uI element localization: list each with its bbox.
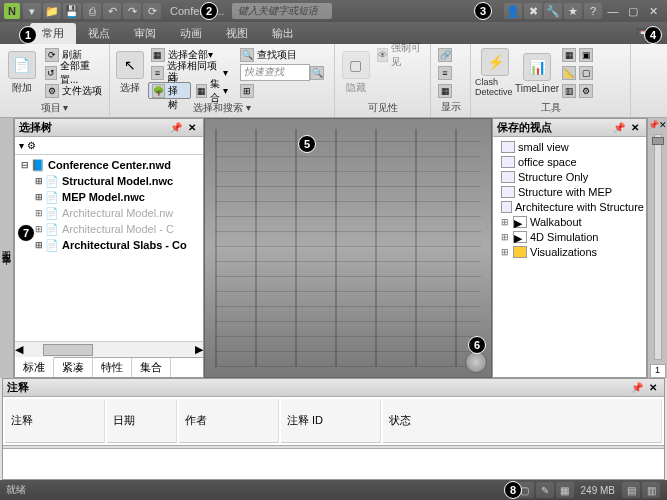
timeliner-button[interactable]: 📊 TimeLiner — [517, 46, 557, 100]
callout-5: 5 — [298, 135, 316, 153]
cursor-icon: ↖ — [116, 51, 144, 79]
qat-new-icon[interactable]: ▾ — [23, 3, 41, 19]
col-status[interactable]: 状态 — [383, 399, 662, 443]
close-icon[interactable]: ✕ — [644, 3, 662, 19]
tab-review[interactable]: 审阅 — [122, 23, 168, 44]
callout-7: 7 — [17, 224, 35, 242]
3d-viewport[interactable] — [204, 118, 492, 378]
qat-undo-icon[interactable]: ↶ — [103, 3, 121, 19]
tab-view[interactable]: 视图 — [214, 23, 260, 44]
tree-tab-compact[interactable]: 紧凑 — [54, 358, 93, 377]
tab-output[interactable]: 输出 — [260, 23, 306, 44]
tool-2-icon[interactable]: 📐▢ — [559, 64, 599, 81]
tree-hscroll[interactable]: ◀▶ — [15, 341, 203, 357]
status-coords: 249 MB — [581, 485, 615, 496]
qat-print-icon[interactable]: ⎙ — [83, 3, 101, 19]
sb-icon-5[interactable]: ▥ — [642, 482, 660, 498]
tool-3-icon[interactable]: ▥⚙ — [559, 82, 599, 99]
keys-icon[interactable]: 🔧 — [544, 3, 562, 19]
selection-tree-panel: 选择树 📌 ✕ ▾ ⚙ ⊟📘Conference Center.nwd ⊞📄St… — [14, 118, 204, 378]
display-more-icon[interactable]: ▦ — [435, 82, 458, 99]
hide-button[interactable]: ▢ 隐藏 — [339, 46, 372, 100]
append-icon: 📄 — [8, 51, 36, 79]
qat-save-icon[interactable]: 💾 — [63, 3, 81, 19]
views-pin-icon[interactable]: 📌 — [612, 121, 626, 135]
tilt-slider[interactable] — [654, 134, 662, 360]
viewport-scene — [205, 119, 491, 377]
sb-icon-4[interactable]: ▤ — [622, 482, 640, 498]
qat-refresh-icon[interactable]: ⟳ — [143, 3, 161, 19]
callout-1: 1 — [19, 26, 37, 44]
search-more-icon[interactable]: ⊞ — [237, 82, 330, 99]
qat-open-icon[interactable]: 📁 — [43, 3, 61, 19]
callout-8: 8 — [504, 481, 522, 499]
title-bar: N ▾ 📁 💾 ⎙ ↶ ↷ ⟳ Conferen... 键入关键字或短语 👤 ✖… — [0, 0, 667, 22]
sb-icon-3[interactable]: ▦ — [556, 482, 574, 498]
quick-search-input[interactable]: 快速查找🔍 — [237, 64, 330, 81]
slider-pin-icon[interactable]: 📌✕ — [648, 120, 667, 130]
col-comment[interactable]: 注释 — [5, 399, 105, 443]
col-date[interactable]: 日期 — [107, 399, 177, 443]
display-links-icon[interactable]: 🔗 — [435, 46, 458, 63]
saved-views-title: 保存的视点 — [497, 120, 552, 135]
selection-tree-button[interactable]: 🌳选择树 — [148, 82, 191, 99]
tree-tab-sets[interactable]: 集合 — [132, 358, 171, 377]
force-visible-button[interactable]: 👁强制可见 — [374, 46, 426, 63]
tree-panel-title: 选择树 — [19, 120, 52, 135]
find-items-button[interactable]: 🔍查找项目 — [237, 46, 330, 63]
tree-tab-properties[interactable]: 特性 — [93, 358, 132, 377]
tree-body[interactable]: ⊟📘Conference Center.nwd ⊞📄Structural Mod… — [15, 155, 203, 341]
help-search-input[interactable]: 键入关键字或短语 — [232, 3, 332, 19]
col-id[interactable]: 注释 ID — [281, 399, 381, 443]
infocenter-icon[interactable]: 👤 — [504, 3, 522, 19]
saved-views-list[interactable]: small view office space Structure Only S… — [493, 137, 646, 377]
tab-viewpoint[interactable]: 视点 — [76, 23, 122, 44]
steering-wheel-icon[interactable] — [465, 351, 487, 373]
file-options-button[interactable]: ⚙文件选项 — [42, 82, 105, 99]
app-logo-icon[interactable]: N — [4, 3, 20, 19]
minimize-icon[interactable]: — — [604, 3, 622, 19]
tool-1-icon[interactable]: ▦▣ — [559, 46, 599, 63]
comments-preview — [3, 449, 664, 479]
right-dock: 📌✕ 1 — [647, 118, 667, 378]
comments-panel: 注释 📌 ✕ 注释 日期 作者 注释 ID 状态 — [2, 378, 665, 480]
col-author[interactable]: 作者 — [179, 399, 279, 443]
callout-4: 4 — [644, 26, 662, 44]
timeliner-icon: 📊 — [523, 53, 551, 81]
views-close-icon[interactable]: ✕ — [628, 121, 642, 135]
append-button[interactable]: 📄 附加 — [4, 46, 40, 100]
maximize-icon[interactable]: ▢ — [624, 3, 642, 19]
comments-title: 注释 — [7, 380, 29, 395]
sets-button[interactable]: ▦集合 ▾ — [193, 82, 231, 99]
help-icon[interactable]: ? — [584, 3, 602, 19]
exchange-icon[interactable]: ✖ — [524, 3, 542, 19]
group-select-label: 选择和搜索 ▾ — [114, 100, 330, 116]
star-icon[interactable]: ★ — [564, 3, 582, 19]
callout-3: 3 — [474, 2, 492, 20]
tab-animation[interactable]: 动画 — [168, 23, 214, 44]
main-area: 平面视图 选择树 📌 ✕ ▾ ⚙ ⊟📘Conference Center.nwd… — [0, 118, 667, 378]
panel-close-icon[interactable]: ✕ — [185, 121, 199, 135]
saved-viewpoints-panel: 保存的视点 📌 ✕ small view office space Struct… — [492, 118, 647, 378]
sb-icon-2[interactable]: ✎ — [536, 482, 554, 498]
comments-close-icon[interactable]: ✕ — [646, 381, 660, 395]
comments-table[interactable]: 注释 日期 作者 注释 ID 状态 — [3, 397, 664, 445]
clash-icon: ⚡ — [481, 48, 509, 76]
tree-toolbar: ▾ ⚙ — [15, 137, 203, 155]
group-display-label: 显示 — [435, 99, 466, 115]
display-props-icon[interactable]: ≡ — [435, 64, 458, 81]
slider-value[interactable]: 1 — [650, 364, 666, 378]
qat-redo-icon[interactable]: ↷ — [123, 3, 141, 19]
comments-pin-icon[interactable]: 📌 — [630, 381, 644, 395]
callout-2: 2 — [200, 2, 218, 20]
status-text: 就绪 — [6, 483, 26, 497]
select-button[interactable]: ↖ 选择 — [114, 46, 146, 100]
reset-all-button[interactable]: ↺全部重置... — [42, 64, 105, 81]
clash-button[interactable]: ⚡ Clash Detective — [475, 46, 515, 100]
left-dock-tab[interactable]: 平面视图 — [0, 118, 14, 378]
hide-icon: ▢ — [342, 51, 370, 79]
callout-6: 6 — [468, 336, 486, 354]
panel-pin-icon[interactable]: 📌 — [169, 121, 183, 135]
group-project-label: 项目 ▾ — [4, 100, 105, 116]
tree-tab-standard[interactable]: 标准 — [15, 357, 54, 377]
